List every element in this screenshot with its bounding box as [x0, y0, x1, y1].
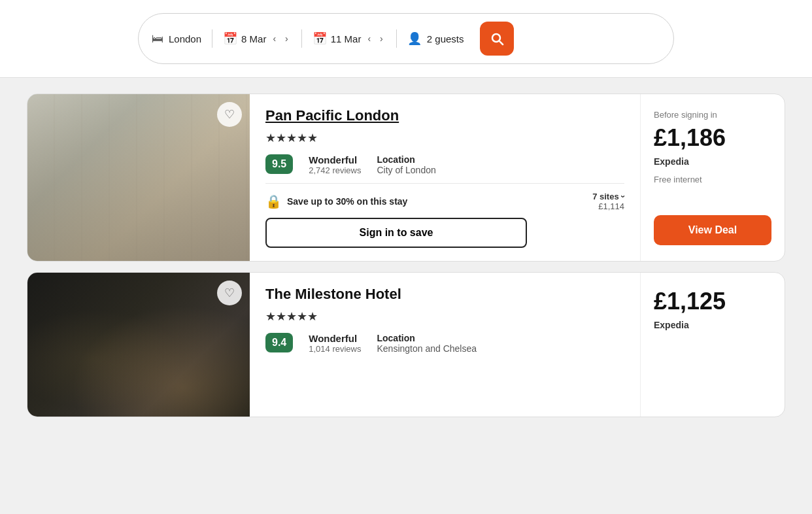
rating-text-2: Wonderful 1,014 reviews	[309, 333, 361, 354]
bed-icon: 🛏	[152, 32, 163, 46]
savings-label: Save up to 30% on this stay	[287, 196, 407, 207]
divider-3	[396, 29, 397, 48]
view-deal-button-1[interactable]: View Deal	[654, 215, 771, 245]
divider-1	[212, 29, 212, 48]
destination-field[interactable]: 🛏 London	[152, 32, 201, 46]
hotel-info-1: Pan Pacific London ★★★★★ 9.5 Wonderful 2…	[250, 94, 641, 261]
calendar-icon-1: 📅	[223, 31, 237, 46]
savings-text: 🔒 Save up to 30% on this stay	[265, 194, 407, 209]
hotel-name-2[interactable]: The Milestone Hotel	[265, 286, 624, 303]
rating-label-1: Wonderful	[309, 154, 361, 165]
hotel-card: ♡ Pan Pacific London ★★★★★ 9.5 Wonderful…	[27, 94, 785, 262]
checkout-field[interactable]: 📅 11 Mar ‹ ›	[313, 31, 386, 46]
location-value-2: Kensington and Chelsea	[377, 343, 477, 354]
rating-label-2: Wonderful	[309, 333, 361, 344]
price-panel-2: £1,125 Expedia	[641, 273, 785, 417]
rating-row-2: 9.4 Wonderful 1,014 reviews Location Ken…	[265, 333, 624, 354]
checkin-prev-button[interactable]: ‹	[270, 32, 279, 45]
rating-badge-1: 9.5	[265, 154, 293, 174]
results-area: ♡ Pan Pacific London ★★★★★ 9.5 Wonderful…	[14, 78, 798, 433]
location-value-1: City of London	[377, 165, 435, 175]
hotel-name-1[interactable]: Pan Pacific London	[265, 107, 624, 124]
location-info-1: Location City of London	[377, 154, 435, 175]
location-label-1: Location	[377, 154, 435, 165]
hotel-card-2: ♡ The Milestone Hotel ★★★★★ 9.4 Wonderfu…	[27, 272, 785, 417]
sites-label: 7 sites ›	[592, 192, 624, 201]
destination-value: London	[169, 33, 201, 44]
price-panel-1: Before signing in £1,186 Expedia Free in…	[641, 94, 785, 261]
chevron-down-icon: ›	[618, 195, 628, 197]
sites-count: 7 sites	[592, 192, 618, 201]
rating-text-1: Wonderful 2,742 reviews	[309, 154, 361, 175]
location-label-2: Location	[377, 333, 477, 343]
savings-row: 🔒 Save up to 30% on this stay 7 sites › …	[265, 192, 624, 211]
heart-icon-1: ♡	[224, 107, 235, 122]
sites-info: 7 sites › £1,114	[592, 192, 624, 211]
checkout-value: 11 Mar	[331, 33, 362, 44]
search-bar-wrapper: 🛏 London 📅 8 Mar ‹ › 📅 11 Mar ‹ › 👤 2 gu…	[0, 0, 812, 78]
search-icon	[489, 31, 505, 46]
sign-in-button[interactable]: Sign in to save	[265, 218, 527, 248]
divider-2	[301, 29, 302, 48]
checkin-field[interactable]: 📅 8 Mar ‹ ›	[223, 31, 291, 46]
hotel-image-container-2: ♡	[27, 273, 250, 417]
price-1: £1,186	[654, 125, 771, 151]
person-icon: 👤	[407, 31, 422, 46]
rating-row-1: 9.5 Wonderful 2,742 reviews Location Cit…	[265, 154, 624, 175]
hotel-stars-2: ★★★★★	[265, 309, 624, 324]
price-2: £1,125	[654, 288, 771, 315]
rating-badge-2: 9.4	[265, 333, 293, 352]
lock-icon: 🔒	[265, 194, 282, 209]
checkin-next-button[interactable]: ›	[282, 32, 291, 45]
checkout-next-button[interactable]: ›	[377, 32, 386, 45]
hotel-image-1	[27, 94, 250, 261]
hotel-image-2	[27, 273, 250, 417]
search-button[interactable]	[480, 22, 514, 56]
hotel-stars-1: ★★★★★	[265, 131, 624, 145]
divider-h-1	[265, 183, 624, 184]
heart-icon-2: ♡	[224, 286, 235, 300]
search-bar: 🛏 London 📅 8 Mar ‹ › 📅 11 Mar ‹ › 👤 2 gu…	[138, 13, 674, 64]
provider-2: Expedia	[654, 320, 771, 330]
guests-field[interactable]: 👤 2 guests	[407, 31, 464, 46]
checkin-value: 8 Mar	[241, 33, 266, 44]
favorite-button-1[interactable]: ♡	[217, 102, 242, 127]
perk-1: Free internet	[654, 175, 771, 184]
provider-1: Expedia	[654, 156, 771, 167]
location-info-2: Location Kensington and Chelsea	[377, 333, 477, 354]
review-count-1: 2,742 reviews	[309, 165, 361, 175]
sites-price: £1,114	[592, 201, 624, 211]
calendar-icon-2: 📅	[313, 31, 327, 46]
hotel-image-container: ♡	[27, 94, 250, 261]
guests-value: 2 guests	[427, 33, 464, 44]
favorite-button-2[interactable]: ♡	[217, 281, 242, 305]
checkout-prev-button[interactable]: ‹	[365, 32, 373, 45]
hotel-info-2: The Milestone Hotel ★★★★★ 9.4 Wonderful …	[250, 273, 641, 417]
before-signin-label: Before signing in	[654, 110, 771, 120]
review-count-2: 1,014 reviews	[309, 344, 361, 354]
